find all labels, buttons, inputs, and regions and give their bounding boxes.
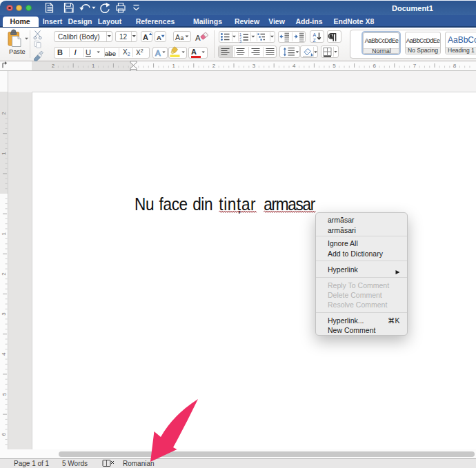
svg-text:8: 8 [453, 63, 457, 69]
svg-text:3: 3 [252, 63, 256, 69]
svg-text:7: 7 [413, 63, 417, 69]
svg-text:2: 2 [212, 63, 216, 69]
svg-text:6: 6 [373, 63, 376, 69]
svg-text:A: A [143, 33, 148, 41]
svg-text:1: 1 [172, 63, 175, 69]
svg-text:1: 1 [1, 152, 8, 155]
svg-text:1: 1 [92, 63, 95, 69]
svg-text:A: A [313, 32, 317, 37]
svg-text:5: 5 [1, 392, 8, 396]
svg-text:1: 1 [1, 232, 8, 235]
svg-text:Z: Z [313, 38, 317, 43]
svg-text:5: 5 [333, 63, 336, 69]
svg-text:A: A [195, 34, 201, 42]
svg-text:2: 2 [1, 112, 8, 115]
svg-text:A: A [155, 49, 161, 57]
svg-text:2: 2 [1, 272, 8, 276]
svg-text:6: 6 [1, 432, 8, 436]
svg-text:A: A [175, 33, 180, 41]
svg-text:4: 4 [1, 352, 8, 356]
svg-text:2: 2 [52, 63, 55, 69]
svg-text:4: 4 [292, 63, 296, 69]
svg-text:3: 3 [1, 312, 8, 316]
svg-text:3: 3 [239, 39, 241, 43]
svg-text:A: A [157, 34, 161, 41]
svg-text:a: a [181, 34, 184, 41]
